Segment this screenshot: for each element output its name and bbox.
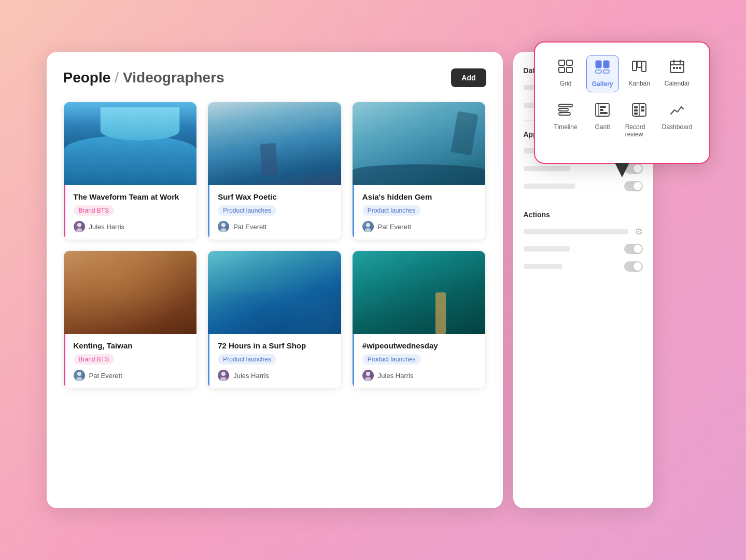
toggle-3[interactable] — [624, 181, 643, 191]
card-tag-1[interactable]: Brand BTS — [74, 205, 115, 216]
dashboard-icon — [669, 103, 685, 120]
actions-section-title: Actions — [524, 211, 643, 219]
card-tag-6[interactable]: Product launches — [362, 354, 421, 365]
person-name-6: Jules Harris — [378, 372, 414, 380]
svg-rect-25 — [600, 109, 603, 111]
person-name-1: Jules Harris — [89, 223, 125, 231]
toggle-5[interactable] — [624, 261, 643, 272]
actions-bar-1 — [524, 229, 628, 234]
svg-rect-9 — [637, 61, 641, 67]
svg-rect-7 — [603, 70, 609, 73]
svg-rect-1 — [567, 60, 572, 65]
svg-rect-10 — [642, 61, 646, 72]
avatar-4 — [74, 370, 85, 381]
svg-point-38 — [366, 223, 370, 227]
breadcrumb-separator: / — [115, 69, 119, 86]
timeline-label: Timeline — [554, 123, 578, 131]
svg-rect-16 — [676, 67, 678, 69]
view-item-record-review[interactable]: Record review — [623, 99, 656, 142]
add-button[interactable]: Add — [451, 68, 486, 87]
card-tag-3[interactable]: Product launches — [362, 205, 421, 216]
svg-rect-29 — [634, 106, 638, 108]
gallery-card-2[interactable]: Surf Wax Poetic Product launches Pat Eve… — [207, 102, 342, 240]
gear-icon-3[interactable]: ⚙ — [635, 226, 643, 237]
actions-bar-3 — [524, 264, 562, 269]
card-body-6: #wipeoutwednesday Product launches Jules… — [353, 334, 486, 388]
view-item-calendar[interactable]: Calendar — [660, 55, 695, 92]
card-tag-4[interactable]: Brand BTS — [74, 354, 115, 365]
gallery-card-3[interactable]: Asia's hidden Gem Product launches Pat E… — [352, 102, 486, 240]
dashboard-label: Dashboard — [662, 123, 693, 131]
appearance-bar-3 — [524, 184, 575, 189]
avatar-1 — [74, 221, 85, 232]
card-image-4 — [64, 251, 197, 334]
toggle-4[interactable] — [624, 244, 643, 254]
calendar-label: Calendar — [665, 80, 690, 87]
card-title-6: #wipeoutwednesday — [362, 341, 477, 350]
card-title-5: 72 Hours in a Surf Shop — [218, 341, 333, 350]
gantt-icon — [595, 103, 610, 120]
calendar-icon — [669, 59, 685, 77]
kanban-icon — [631, 59, 647, 77]
gallery-card-6[interactable]: #wipeoutwednesday Product launches Jules… — [352, 250, 486, 389]
svg-rect-30 — [634, 109, 638, 111]
svg-rect-0 — [559, 60, 565, 65]
main-panel: People / Videographers Add The Waveform … — [47, 52, 503, 508]
card-image-2 — [208, 102, 341, 185]
gallery-card-4[interactable]: Kenting, Taiwan Brand BTS Pat Everett — [63, 250, 198, 389]
card-tag-5[interactable]: Product launches — [218, 354, 276, 365]
grid-label: Grid — [560, 80, 572, 87]
card-person-1: Jules Harris — [74, 221, 189, 232]
svg-point-39 — [365, 228, 371, 232]
gallery-grid: The Waveform Team at Work Brand BTS Jule… — [63, 102, 486, 389]
grid-icon — [558, 59, 573, 77]
view-item-gantt[interactable]: Gantt — [586, 99, 619, 142]
card-person-6: Jules Harris — [362, 370, 477, 381]
view-selector-popup: Grid Gallery — [534, 41, 710, 164]
view-item-dashboard[interactable]: Dashboard — [660, 99, 695, 142]
gallery-card-5[interactable]: 72 Hours in a Surf Shop Product launches… — [207, 250, 342, 389]
svg-point-41 — [76, 377, 82, 381]
breadcrumb: People / Videographers — [63, 69, 224, 86]
view-grid: Grid Gallery — [550, 55, 695, 142]
svg-point-43 — [220, 377, 227, 381]
actions-bar-2 — [524, 246, 570, 251]
svg-point-36 — [221, 223, 226, 227]
svg-rect-2 — [559, 67, 565, 73]
divider-2 — [524, 201, 643, 201]
svg-point-44 — [366, 372, 370, 376]
svg-point-42 — [221, 372, 226, 376]
svg-rect-5 — [603, 61, 609, 68]
avatar-5 — [218, 370, 229, 381]
card-image-3 — [353, 102, 486, 185]
card-body-2: Surf Wax Poetic Product launches Pat Eve… — [208, 185, 341, 240]
card-body-1: The Waveform Team at Work Brand BTS Jule… — [64, 185, 197, 240]
view-item-grid[interactable]: Grid — [550, 55, 582, 92]
svg-rect-24 — [600, 106, 606, 108]
card-title-2: Surf Wax Poetic — [218, 192, 333, 201]
gallery-card-1[interactable]: The Waveform Team at Work Brand BTS Jule… — [63, 102, 198, 240]
svg-rect-3 — [567, 67, 572, 73]
appearance-bar-2 — [524, 166, 570, 171]
card-image-6 — [353, 251, 486, 334]
svg-rect-6 — [596, 70, 601, 73]
card-person-3: Pat Everett — [362, 221, 477, 232]
kanban-label: Kanban — [629, 80, 650, 87]
card-tag-2[interactable]: Product launches — [218, 205, 276, 216]
svg-rect-19 — [559, 108, 568, 111]
view-item-timeline[interactable]: Timeline — [550, 99, 582, 142]
breadcrumb-people: People — [63, 69, 111, 86]
view-item-kanban[interactable]: Kanban — [623, 55, 656, 92]
actions-row-3 — [524, 261, 643, 272]
card-body-5: 72 Hours in a Surf Shop Product launches… — [208, 334, 341, 388]
svg-rect-8 — [632, 61, 637, 71]
person-name-3: Pat Everett — [378, 223, 411, 231]
card-image-5 — [208, 251, 341, 334]
gallery-icon — [595, 60, 610, 77]
avatar-2 — [218, 221, 229, 232]
svg-rect-17 — [679, 67, 681, 69]
view-item-gallery[interactable]: Gallery — [586, 55, 619, 92]
appearance-row-3 — [524, 181, 643, 191]
svg-point-45 — [365, 377, 371, 381]
page-header: People / Videographers Add — [63, 68, 486, 87]
